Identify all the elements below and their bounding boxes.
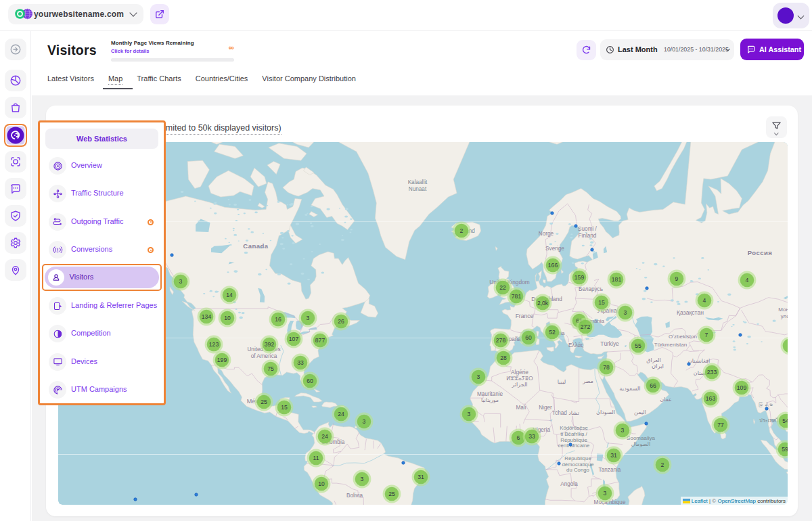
svg-text:33: 33 — [528, 433, 535, 440]
svg-text:392: 392 — [265, 341, 275, 348]
svg-text:العراق: العراق — [646, 357, 660, 363]
svg-text:Finland: Finland — [579, 233, 597, 239]
svg-text:Oʻzbekiston: Oʻzbekiston — [669, 334, 697, 340]
svg-text:11: 11 — [313, 455, 319, 461]
svg-text:Soomaaliya: Soomaaliya — [627, 435, 655, 441]
svg-text:15: 15 — [281, 404, 288, 411]
svg-text:Mali: Mali — [516, 405, 526, 411]
svg-text:Қазақстан: Қазақстан — [677, 309, 704, 316]
svg-text:60: 60 — [307, 378, 313, 384]
svg-text:3: 3 — [604, 490, 607, 497]
svg-text:မြန်မာ: မြန်မာ — [758, 402, 773, 408]
svg-text:10: 10 — [224, 315, 231, 321]
svg-text:59: 59 — [782, 446, 788, 453]
svg-text:159: 159 — [574, 274, 585, 281]
svg-text:2,0k: 2,0k — [537, 300, 549, 307]
svg-text:السعودية: السعودية — [619, 385, 640, 392]
svg-text:14: 14 — [226, 292, 233, 298]
svg-text:31: 31 — [418, 474, 424, 480]
svg-text:الصومال: الصومال — [631, 441, 650, 447]
svg-text:24: 24 — [321, 433, 328, 440]
svg-text:54: 54 — [782, 417, 788, 424]
svg-text:22: 22 — [499, 284, 506, 291]
svg-text:centrafricaine: centrafricaine — [558, 443, 590, 449]
svg-text:Angola: Angola — [560, 481, 578, 487]
svg-text:24: 24 — [338, 411, 344, 417]
svg-text:3: 3 — [621, 427, 625, 434]
svg-text:الجزائر: الجزائر — [511, 382, 527, 388]
svg-text:781: 781 — [512, 293, 522, 300]
svg-text:25: 25 — [388, 491, 395, 497]
svg-text:ليبيا: ليبيا — [558, 379, 566, 385]
svg-text:181: 181 — [612, 276, 622, 283]
svg-text:مصر: مصر — [582, 378, 593, 384]
svg-text:Bolivia: Bolivia — [346, 493, 363, 499]
svg-text:6: 6 — [517, 434, 520, 441]
svg-text:Tchad تشاد: Tchad تشاد — [552, 410, 579, 416]
svg-text:اليمن: اليمن — [634, 409, 646, 415]
svg-text:2: 2 — [661, 461, 664, 468]
svg-text:Ködörösêse: Ködörösêse — [560, 425, 588, 431]
svg-text:199: 199 — [217, 357, 227, 363]
svg-text:Ελλάς: Ελλάς — [568, 342, 583, 348]
svg-text:25: 25 — [261, 399, 267, 405]
svg-text:République: République — [564, 455, 591, 461]
svg-text:278: 278 — [496, 337, 506, 344]
svg-text:15: 15 — [598, 299, 605, 306]
svg-text:Sverige: Sverige — [545, 246, 564, 252]
svg-text:4: 4 — [703, 297, 706, 304]
svg-text:77: 77 — [717, 422, 724, 428]
svg-text:улс: улс — [781, 313, 788, 319]
svg-text:3: 3 — [477, 373, 480, 380]
svg-text:Algérie: Algérie — [511, 369, 528, 376]
svg-text:4: 4 — [746, 277, 749, 284]
svg-text:du Congo: du Congo — [566, 467, 589, 473]
svg-text:10: 10 — [318, 480, 325, 487]
svg-text:السودان: السودان — [596, 409, 615, 415]
svg-text:Canada: Canada — [243, 242, 269, 250]
svg-text:عمان: عمان — [660, 397, 672, 403]
svg-text:7: 7 — [705, 332, 708, 338]
svg-text:ایران: ایران — [652, 363, 664, 369]
svg-text:123: 123 — [209, 341, 219, 348]
svg-text:Tanzania: Tanzania — [599, 467, 621, 473]
svg-text:3: 3 — [307, 315, 310, 321]
svg-text:33: 33 — [297, 359, 304, 366]
svg-text:Nunaat: Nunaat — [409, 186, 427, 192]
svg-text:233: 233 — [707, 369, 717, 376]
svg-text:of America: of America — [251, 353, 277, 359]
svg-text:2: 2 — [460, 227, 464, 234]
svg-text:Norge: Norge — [539, 231, 554, 237]
svg-text:877: 877 — [315, 337, 325, 344]
svg-text:Мон: Мон — [778, 307, 788, 313]
svg-text:9: 9 — [675, 275, 679, 282]
svg-text:ti Bêafrîka /: ti Bêafrîka / — [560, 431, 587, 437]
svg-text:26: 26 — [338, 318, 344, 325]
svg-text:16: 16 — [275, 316, 281, 323]
svg-text:Kalaallit: Kalaallit — [408, 179, 428, 185]
svg-text:Türkmenistan: Türkmenistan — [654, 342, 687, 348]
svg-text:78: 78 — [603, 364, 610, 371]
svg-text:3: 3 — [179, 278, 183, 285]
svg-text:31: 31 — [610, 452, 617, 459]
svg-text:موريتانيا: موريتانيا — [481, 397, 499, 403]
svg-text:52: 52 — [549, 329, 556, 336]
svg-text:Niger: Niger — [539, 405, 552, 411]
svg-text:28: 28 — [500, 355, 507, 361]
svg-text:66: 66 — [650, 382, 656, 389]
svg-text:109: 109 — [737, 384, 747, 391]
svg-text:163: 163 — [706, 395, 716, 402]
svg-text:3: 3 — [468, 411, 471, 417]
svg-text:3: 3 — [361, 476, 364, 482]
svg-text:107: 107 — [289, 336, 299, 342]
svg-text:ⵍⵣⵣⴰⵢⴻⵔ: ⵍⵣⵣⴰⵢⴻⵔ — [506, 376, 533, 382]
svg-text:55: 55 — [635, 342, 641, 349]
svg-text:272: 272 — [581, 323, 591, 330]
svg-text:Россия: Россия — [748, 249, 773, 256]
svg-text:Suomi /: Suomi / — [578, 226, 597, 232]
svg-text:France: France — [516, 313, 534, 319]
svg-text:Беларусь: Беларусь — [579, 286, 603, 292]
svg-text:60: 60 — [525, 334, 532, 341]
svg-text:Mauritanie: Mauritanie — [477, 391, 503, 397]
svg-text:134: 134 — [202, 313, 212, 320]
